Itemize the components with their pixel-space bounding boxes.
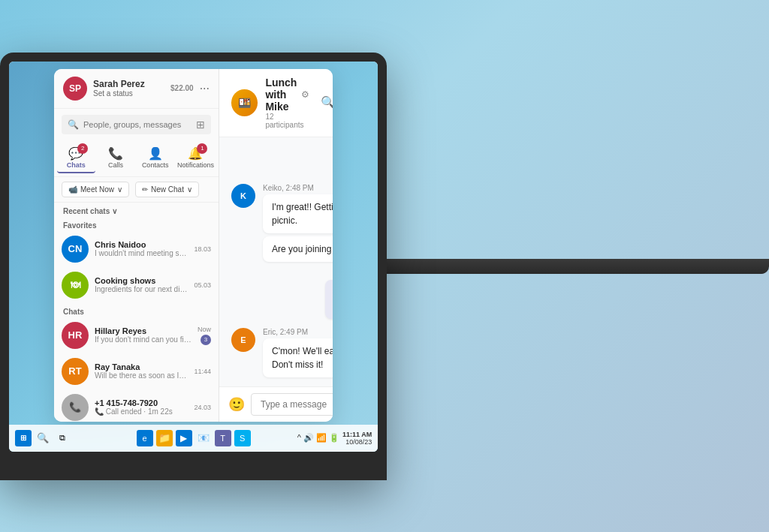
chats-list: Recent chats ∨ Favorites CN Chris Naidoo… [54,203,219,422]
msg-avatar-keiko-1: K [231,184,255,208]
chat-preview-phone: 📞 Call ended · 1m 22s [95,407,188,416]
messages-area: Hello! How are you doing? K Keiko, 2:48 … [219,137,333,386]
contacts-label: Contacts [142,161,169,169]
taskbar-center: e 📁 ▶ 📧 T S [137,430,251,446]
start-button[interactable]: ⊞ [15,430,32,446]
more-options-button[interactable]: ··· [200,82,210,95]
search-input[interactable] [83,120,191,129]
msg-content-2: Keiko, 2:48 PM I'm great!! Getting ready… [263,184,333,262]
tab-calls[interactable]: 📞 Calls [97,143,135,173]
search-bar[interactable]: 🔍 ⊞ [62,115,211,134]
chat-item-phone[interactable]: 📞 +1 415-748-7920 📞 Call ended · 1m 22s … [54,389,219,422]
chat-preview-hillary: If you don't mind can you finish... [95,335,191,344]
chat-item-cooking-shows[interactable]: 🍽 Cooking shows Ingredients for our next… [54,267,219,303]
msg-sender-eric: Eric, 2:49 PM [263,328,333,336]
tab-chats[interactable]: 💬 2 Chats [57,143,95,173]
tab-contacts[interactable]: 👤 Contacts [136,143,174,173]
message-input[interactable] [251,393,333,416]
settings-icon[interactable]: ⚙ [301,89,309,100]
msg-sender-keiko-1: Keiko, 2:48 PM [263,184,333,192]
search-taskbar-button[interactable]: 🔍 [35,430,51,446]
message-row-4: E Eric, 2:49 PM C'mon! We'll eat hot tam… [231,328,333,377]
contacts-icon: 👤 [148,146,163,161]
user-status: Set a status [93,89,164,98]
chat-time-cooking: 05.03 [194,281,211,289]
user-name: Sarah Perez [93,79,164,89]
taskbar-date: 10/08/23 [342,438,372,446]
chat-meta-chris: 18.03 [194,245,211,253]
laptop-screen: SP Sarah Perez Set a status $22.00 ··· 🔍… [9,62,378,452]
search-chat-button[interactable]: 🔍 [317,92,333,114]
notifications-label: Notifications [177,161,214,169]
emoji-button[interactable]: 🙂 [228,396,245,413]
new-chat-chevron: ∨ [187,185,192,194]
calls-label: Calls [108,161,123,169]
input-bar: 🙂 ✏ 🖼 ⊞ 🎤 ··· [219,386,333,422]
notifications-icon: 🔔 1 [188,146,203,161]
chat-avatar-cooking: 🍽 [62,272,89,299]
msg-content-3: 2:49 PM I don't know, yet. I have to che… [325,271,333,319]
chat-time-hillary: Now [198,326,211,333]
taskbar-system-icons: ^ 🔊 📶 🔋 [297,433,339,443]
calls-icon: 📞 [108,146,123,161]
chat-preview-cooking: Ingredients for our next dish are... [95,285,188,293]
new-chat-icon: ✏ [142,185,148,194]
chat-meta-hillary: Now 3 [198,326,211,345]
header-actions: 🔍 🖼 📹 Start call [317,89,333,116]
taskbar-clock: 11:11 AM 10/08/23 [342,431,372,446]
new-chat-label: New Chat [151,185,184,194]
chat-avatar-chris: CN [62,236,89,263]
taskbar-explorer[interactable]: 📁 [156,430,173,446]
chat-name-chris: Chris Naidoo [95,240,188,249]
meet-icon: 📹 [68,185,77,194]
msg-bubble-4: C'mon! We'll eat hot tamale! Don't miss … [263,338,333,377]
chat-avatar-phone: 📞 [62,394,89,421]
chat-item-hillary[interactable]: HR Hillary Reyes If you don't mind can y… [54,317,219,353]
task-view-button[interactable]: ⧉ [54,430,71,446]
chat-item-ray[interactable]: RT Ray Tanaka Will be there as soon as I… [54,353,219,389]
chat-item-chris-naidoo[interactable]: CN Chris Naidoo I wouldn't mind meeting … [54,231,219,267]
grid-icon[interactable]: ⊞ [196,119,205,131]
chat-title: Lunch with Mike [265,77,297,113]
taskbar-right: ^ 🔊 📶 🔋 11:11 AM 10/08/23 [297,431,372,446]
taskbar-left: ⊞ 🔍 ⧉ [15,430,71,446]
user-info: Sarah Perez Set a status [93,79,164,98]
chat-meta-ray: 11:44 [194,368,211,375]
chat-preview-chris: I wouldn't mind meeting sooner... [95,249,188,257]
msg-avatar-eric: E [231,328,255,352]
tab-notifications[interactable]: 🔔 1 Notifications [176,143,216,173]
chat-info-hillary: Hillary Reyes If you don't mind can you … [95,326,191,344]
search-icon: 🔍 [68,119,79,130]
chat-avatar-hillary: HR [62,322,89,349]
chat-name-cooking: Cooking shows [95,276,188,285]
chat-time-phone: 24.03 [194,404,211,411]
chat-avatar-ray: RT [62,358,89,385]
user-price: $22.00 [170,84,194,92]
message-row-3: 2:49 PM I don't know, yet. I have to che… [231,271,333,319]
unread-badge-hillary: 3 [201,335,211,345]
meet-chevron: ∨ [117,185,122,194]
group-chat-avatar: 🍱 [231,89,258,116]
taskbar-store[interactable]: ▶ [176,430,192,446]
taskbar: ⊞ 🔍 ⧉ e 📁 ▶ 📧 T S ^ 🔊 📶 🔋 11:11 AM 10/08… [9,425,378,452]
message-row-2: K Keiko, 2:48 PM I'm great!! Getting rea… [231,184,333,262]
taskbar-teams[interactable]: T [215,430,231,446]
left-panel: SP Sarah Perez Set a status $22.00 ··· 🔍… [54,69,219,422]
meet-now-button[interactable]: 📹 Meet Now ∨ [62,182,129,197]
taskbar-outlook[interactable]: 📧 [195,430,212,446]
new-chat-button[interactable]: ✏ New Chat ∨ [135,182,199,197]
chat-info-chris: Chris Naidoo I wouldn't mind meeting soo… [95,240,188,257]
teams-app-window: SP Sarah Perez Set a status $22.00 ··· 🔍… [54,69,333,422]
chat-subtitle: 12 participants [265,113,309,129]
chat-name-phone: +1 415-748-7920 [95,398,188,407]
favorites-header: Favorites [54,217,219,231]
taskbar-skype[interactable]: S [234,430,251,446]
chat-name-hillary: Hillary Reyes [95,326,191,335]
user-avatar[interactable]: SP [63,77,87,101]
meet-now-label: Meet Now [80,185,114,194]
chat-time-ray: 11:44 [194,368,211,375]
recent-chats-header[interactable]: Recent chats ∨ [54,203,219,217]
chats-section-header: Chats [54,303,219,317]
taskbar-edge[interactable]: e [137,430,153,446]
chat-meta-phone: 24.03 [194,404,211,411]
